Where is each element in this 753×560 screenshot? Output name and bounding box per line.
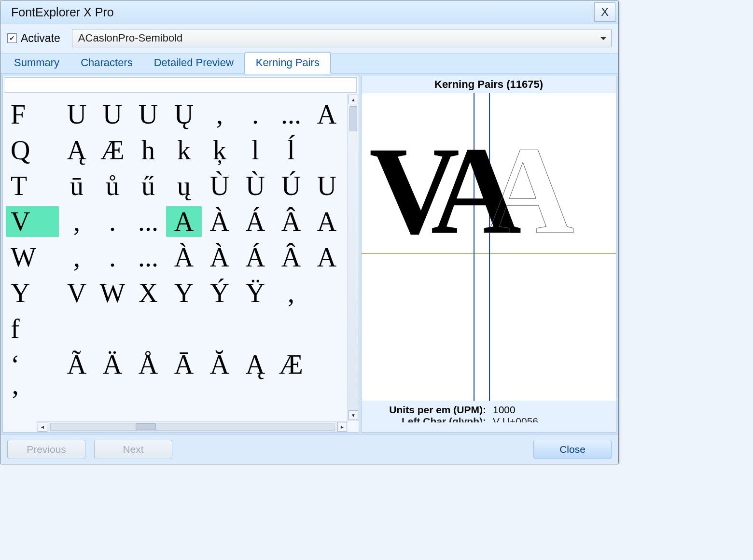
lead-glyph[interactable]: ’ (6, 385, 59, 416)
search-input[interactable] (4, 77, 357, 93)
glyph-grid[interactable]: FUUUŲ,....AQĄÆhkķlĺTūůűųÙÙÚUV,....AÀÁÂAW… (3, 94, 348, 421)
horizontal-scrollbar[interactable]: ◄ ► (37, 421, 348, 432)
font-select-value: ACaslonPro-Semibold (78, 32, 182, 44)
kerning-sample: V A A (369, 127, 522, 253)
glyph-cell[interactable]: Ă (202, 349, 237, 380)
glyph-cell[interactable]: , (202, 99, 237, 130)
next-button[interactable]: Next (94, 440, 172, 459)
glyph-cell[interactable]: Ų (166, 99, 202, 130)
lead-glyph[interactable]: Q (6, 135, 59, 166)
lead-glyph[interactable]: Y (6, 278, 59, 308)
scroll-up-icon[interactable]: ▲ (349, 95, 358, 104)
glyph-cell[interactable]: Ù (202, 170, 237, 201)
glyph-cell[interactable]: À (202, 206, 237, 237)
glyph-cell[interactable]: X (130, 278, 166, 308)
scroll-thumb[interactable] (349, 106, 357, 131)
upm-label: Units per em (UPM): (365, 404, 486, 416)
tab-summary[interactable]: Summary (3, 53, 70, 73)
glyph-cell[interactable]: U (309, 170, 345, 201)
body: FUUUŲ,....AQĄÆhkķlĺTūůűųÙÙÚUV,....AÀÁÂAW… (0, 74, 618, 434)
glyph-cell[interactable]: U (130, 99, 166, 130)
glyph-row: ‘ÃÄÅĀĂĄÆ (6, 347, 345, 382)
glyph-cell[interactable]: W (95, 278, 130, 308)
left-char-value: V U+0056 (493, 416, 538, 422)
glyph-cell[interactable]: Ÿ (237, 278, 273, 308)
glyph-cell[interactable]: ų (166, 170, 202, 201)
titlebar: FontExplorer X Pro X (0, 0, 618, 24)
glyph-cell[interactable]: Â (273, 206, 309, 237)
glyph-cell[interactable]: U (59, 99, 95, 130)
glyph-cell[interactable]: Ù (237, 170, 273, 201)
glyph-cell[interactable]: À (166, 242, 202, 273)
glyph-cell[interactable]: Æ (95, 135, 130, 166)
glyph-cell[interactable]: Á (237, 242, 273, 273)
app-window: FontExplorer X Pro X ✔ Activate ACaslonP… (0, 0, 619, 464)
glyph-cell[interactable]: A (309, 206, 345, 237)
glyph-cell[interactable]: Ä (95, 349, 130, 380)
glyph-cell[interactable]: Æ (273, 349, 309, 380)
lead-glyph[interactable]: T (6, 170, 59, 201)
glyph-cell[interactable]: ū (59, 170, 95, 201)
glyph-cell[interactable]: ķ (202, 135, 237, 166)
glyph-cell[interactable]: Å (130, 349, 166, 380)
lead-glyph[interactable]: W (6, 242, 59, 273)
lead-glyph[interactable]: F (6, 99, 59, 130)
glyph-cell[interactable]: A (309, 99, 345, 130)
font-select[interactable]: ACaslonPro-Semibold (72, 29, 612, 47)
glyph-cell[interactable]: A (166, 206, 202, 237)
glyph-cell[interactable]: Ą (237, 349, 273, 380)
glyph-row: V,....AÀÁÂA (6, 204, 345, 239)
activate-checkbox[interactable]: ✔ (7, 33, 17, 43)
upm-value: 1000 (493, 404, 516, 416)
scroll-down-icon[interactable]: ▼ (349, 410, 358, 420)
sample-right-glyph-outline: A (484, 127, 574, 253)
left-char-label: Left Char (glyph): (365, 416, 486, 422)
glyph-cell[interactable]: , (59, 242, 95, 273)
glyph-row: W,....ÀÀÁÂA (6, 239, 345, 275)
glyph-cell[interactable]: , (273, 278, 309, 308)
vertical-scrollbar[interactable]: ▲ ▼ (348, 94, 359, 421)
hscroll-thumb[interactable] (136, 423, 156, 430)
kerning-preview-pane: Kerning Pairs (11675) V A A Units per em… (361, 76, 616, 433)
glyph-row: ’ (6, 382, 345, 418)
glyph-cell[interactable]: ... (273, 99, 309, 130)
glyph-cell[interactable]: l (237, 135, 273, 166)
glyph-cell[interactable]: ű (130, 170, 166, 201)
previous-button[interactable]: Previous (7, 440, 85, 459)
tabs: Summary Characters Detailed Preview Kern… (0, 53, 618, 74)
tab-detailed-preview[interactable]: Detailed Preview (143, 53, 244, 73)
glyph-cell[interactable]: . (95, 206, 130, 237)
glyph-cell[interactable]: U (95, 99, 130, 130)
glyph-cell[interactable]: Ý (202, 278, 237, 308)
glyph-cell[interactable]: ĺ (273, 135, 309, 166)
glyph-cell[interactable]: Ą (59, 135, 95, 166)
lead-glyph[interactable]: ‘ (6, 349, 59, 380)
glyph-cell[interactable]: Ā (166, 349, 202, 380)
glyph-cell[interactable]: ... (130, 206, 166, 237)
glyph-cell[interactable]: . (95, 242, 130, 273)
scroll-right-icon[interactable]: ► (337, 422, 347, 432)
scroll-left-icon[interactable]: ◄ (38, 422, 47, 432)
glyph-cell[interactable]: A (309, 242, 345, 273)
glyph-cell[interactable]: . (237, 99, 273, 130)
window-close-button[interactable]: X (594, 2, 615, 22)
close-button[interactable]: Close (533, 440, 612, 459)
tab-kerning-pairs[interactable]: Kerning Pairs (244, 52, 331, 74)
glyph-cell[interactable]: , (59, 206, 95, 237)
glyph-cell[interactable]: Ã (59, 349, 95, 380)
glyph-cell[interactable]: V (59, 278, 95, 308)
glyph-cell[interactable]: Ú (273, 170, 309, 201)
glyph-cell[interactable]: Y (166, 278, 202, 308)
glyph-cell[interactable]: ... (130, 242, 166, 273)
lead-glyph[interactable]: f (6, 313, 59, 344)
glyph-cell[interactable]: À (202, 242, 237, 273)
glyph-cell[interactable]: Â (273, 242, 309, 273)
lead-glyph[interactable]: V (6, 206, 59, 237)
glyph-cell[interactable]: Á (237, 206, 273, 237)
glyph-row: YVWXYÝŸ, (6, 275, 345, 311)
glyph-cell[interactable]: ů (95, 170, 130, 201)
glyph-row: TūůűųÙÙÚU (6, 168, 345, 204)
glyph-cell[interactable]: h (130, 135, 166, 166)
tab-characters[interactable]: Characters (70, 53, 143, 73)
glyph-cell[interactable]: k (166, 135, 202, 166)
